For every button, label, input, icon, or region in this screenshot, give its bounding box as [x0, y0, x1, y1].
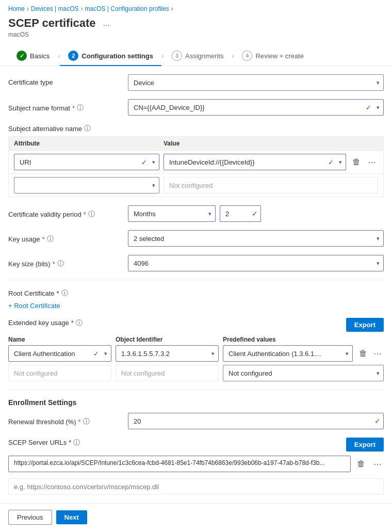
subject-name-select[interactable]: CN={{AAD_Device_ID}} [128, 99, 384, 116]
scep-delete-button[interactable]: 🗑 [355, 458, 367, 470]
key-size-select[interactable]: 4096 [128, 255, 384, 271]
key-usage-required: * [42, 235, 44, 243]
root-cert-info-icon: ⓘ [61, 288, 68, 298]
san-attribute-select-2[interactable] [14, 177, 159, 194]
breadcrumb-config-profiles[interactable]: macOS | Configuration profiles [85, 5, 169, 12]
root-cert-section: Root Certificate * ⓘ + Root Certificate [0, 280, 392, 310]
subject-name-select-wrap: CN={{AAD_Device_ID}} ✓ ▾ [128, 99, 384, 116]
validity-number-input[interactable] [220, 205, 261, 222]
key-usage-select[interactable]: 2 selected [128, 230, 384, 247]
eku-info-icon: ⓘ [76, 318, 83, 328]
key-size-row: Key size (bits) * ⓘ 4096 ▾ [8, 255, 384, 271]
add-root-cert-link[interactable]: + Root Certificate [8, 302, 60, 310]
san-value-input-2[interactable] [164, 177, 378, 194]
wizard-tabs: ✓ Basics › 2 Configuration settings › 3 … [0, 42, 392, 66]
eku-pred-2: Not configured ▾ [223, 365, 384, 381]
san-more-button-1[interactable]: ⋯ [366, 156, 378, 168]
ellipsis-button[interactable]: ... [100, 18, 113, 29]
san-val-1: IntuneDeviceId://{{DeviceId}} ✓ ▾ [164, 154, 346, 170]
eku-name-2 [8, 365, 111, 381]
eku-required: * [71, 319, 74, 327]
subject-name-control: CN={{AAD_Device_ID}} ✓ ▾ [128, 99, 384, 116]
tab-review-label: Review + create [255, 52, 304, 60]
san-row-1: URI ✓ ▾ IntuneDeviceId://{{DeviceId}} ✓ … [9, 151, 383, 174]
renewal-label: Renewal threshold (%) * ⓘ [8, 413, 122, 426]
key-usage-control: 2 selected ▾ [128, 230, 384, 247]
cert-validity-info-icon: ⓘ [88, 209, 95, 219]
page-subtitle: macOS [8, 31, 384, 38]
san-val-2 [164, 177, 378, 194]
cert-validity-required: * [84, 211, 86, 218]
renewal-threshold-input[interactable] [128, 413, 384, 429]
scep-url-placeholder-input[interactable] [8, 478, 384, 495]
eku-oid-1: 1.3.6.1.5.5.7.3.2 ▾ [116, 345, 219, 362]
tab-basics-label: Basics [30, 52, 50, 60]
subject-name-label: Subject name format * ⓘ [8, 99, 122, 112]
san-row-2: ▾ [9, 174, 383, 197]
next-button[interactable]: Next [56, 510, 87, 524]
tab-basics-circle: ✓ [17, 51, 27, 61]
eku-more-button-1[interactable]: ⋯ [371, 348, 384, 360]
breadcrumb-home[interactable]: Home [8, 5, 25, 12]
san-attr-header: Attribute [14, 140, 164, 147]
cert-type-select[interactable]: Device [128, 74, 384, 91]
eku-name-input-2[interactable] [8, 365, 111, 381]
renewal-control: ✓ [128, 413, 384, 429]
eku-export-button[interactable]: Export [346, 318, 384, 332]
eku-col-name-header: Name [8, 336, 111, 343]
tab-assignments-circle: 3 [172, 51, 182, 61]
key-size-info-icon: ⓘ [57, 259, 64, 268]
eku-row-2: Not configured ▾ [8, 365, 384, 381]
san-attr-1: URI ✓ ▾ [14, 154, 159, 170]
subject-name-required: * [72, 104, 75, 112]
san-grid: Attribute Value URI ✓ ▾ [8, 136, 384, 197]
tab-basics[interactable]: ✓ Basics [8, 46, 58, 66]
eku-pred-select-2[interactable]: Not configured [223, 365, 384, 381]
cert-type-select-wrap: Device ▾ [128, 74, 384, 91]
enrollment-section: Enrollment Settings Renewal threshold (%… [0, 390, 392, 495]
eku-name-select-1[interactable]: Client Authentication [8, 345, 111, 362]
previous-button[interactable]: Previous [8, 510, 52, 525]
key-usage-row: Key usage * ⓘ 2 selected ▾ [8, 230, 384, 247]
breadcrumb: Home › Devices | macOS › macOS | Configu… [0, 0, 392, 14]
eku-header-row: Extended key usage * ⓘ Export [8, 318, 384, 332]
scep-urls-required: * [69, 439, 71, 446]
tab-config[interactable]: 2 Configuration settings [60, 46, 161, 66]
scep-export-button[interactable]: Export [346, 438, 384, 452]
cert-validity-control: Months ▾ ✓ [128, 205, 384, 222]
renewal-row: Renewal threshold (%) * ⓘ ✓ [8, 413, 384, 429]
tab-assignments-label: Assignments [185, 52, 223, 60]
eku-oid-input-2[interactable] [116, 365, 219, 381]
key-usage-label: Key usage * ⓘ [8, 230, 122, 244]
breadcrumb-devices[interactable]: Devices | macOS [31, 5, 78, 12]
tab-review[interactable]: 4 Review + create [234, 46, 312, 66]
san-attr-2: ▾ [14, 177, 159, 194]
validity-period-select[interactable]: Months [128, 205, 216, 222]
scep-urls-header-row: SCEP Server URLs * ⓘ Export [8, 438, 384, 452]
eku-oid-select-1[interactable]: 1.3.6.1.5.5.7.3.2 [116, 345, 219, 362]
enrollment-title: Enrollment Settings [8, 398, 384, 407]
eku-delete-button-1[interactable]: 🗑 [357, 348, 369, 359]
enrollment-divider [8, 390, 384, 390]
scep-url-row: https://portal.ezca.io/api/SCEP/Intune/1… [8, 456, 384, 472]
eku-row-1: Client Authentication ✓ ▾ 1.3.6.1.5.5.7.… [8, 345, 384, 362]
subject-alt-info-icon: ⓘ [84, 124, 91, 133]
tab-config-circle: 2 [68, 51, 78, 61]
tab-config-label: Configuration settings [81, 52, 153, 60]
scep-more-button[interactable]: ⋯ [371, 458, 384, 470]
eku-col-oid-header: Object Identifier [116, 336, 219, 343]
eku-pred-1: Client Authentication (1.3.6.1.... ▾ [223, 345, 353, 362]
eku-grid-header: Name Object Identifier Predefined values [8, 336, 384, 343]
eku-name-1: Client Authentication ✓ ▾ [8, 345, 111, 362]
san-delete-button-1[interactable]: 🗑 [350, 156, 363, 168]
san-attribute-select-1[interactable]: URI [14, 154, 159, 170]
scep-url-field[interactable]: https://portal.ezca.io/api/SCEP/Intune/1… [8, 456, 351, 472]
renewal-info-icon: ⓘ [83, 417, 90, 426]
eku-pred-select-1[interactable]: Client Authentication (1.3.6.1.... [223, 345, 353, 362]
footer: Previous Next [0, 503, 392, 531]
scep-urls-info-icon: ⓘ [73, 438, 80, 447]
san-val-header: Value [164, 140, 378, 147]
san-header: Attribute Value [9, 137, 383, 151]
tab-assignments[interactable]: 3 Assignments [164, 46, 232, 66]
san-value-select-1[interactable]: IntuneDeviceId://{{DeviceId}} [164, 154, 346, 170]
